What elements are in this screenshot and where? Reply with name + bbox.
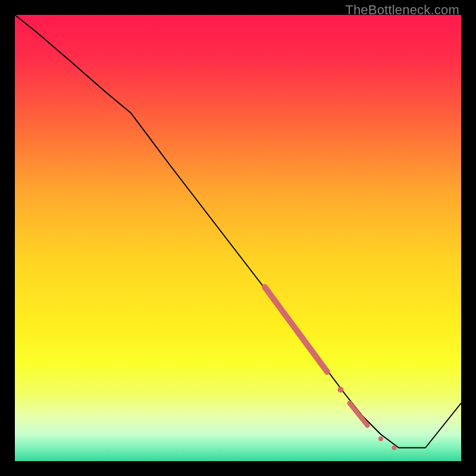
marker-dot-2 (378, 437, 383, 441)
chart-frame: TheBottleneck.com (0, 0, 476, 476)
chart-svg (15, 15, 461, 461)
marker-dot-1 (338, 387, 344, 393)
marker-dot-3 (392, 446, 397, 450)
chart-background (15, 15, 461, 461)
chart-plot-area (15, 15, 461, 461)
